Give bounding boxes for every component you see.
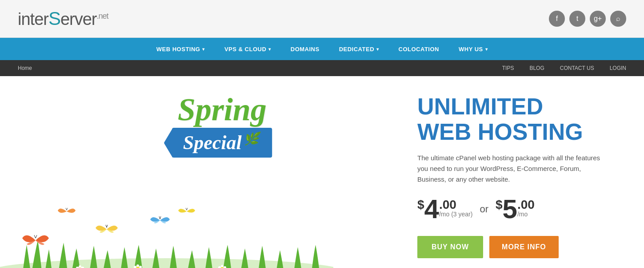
nav-colocation[interactable]: COLOCATION <box>389 38 449 60</box>
cta-buttons: BUY NOW MORE INFO <box>417 236 622 258</box>
svg-line-23 <box>106 225 107 227</box>
nature-scene-svg <box>0 187 333 268</box>
tips-link[interactable]: TIPS <box>498 65 519 71</box>
svg-line-24 <box>107 225 108 227</box>
nav-dedicated[interactable]: DEDICATED ▾ <box>329 38 389 60</box>
price1-amount: 4 <box>424 196 439 223</box>
special-banner: Special🌿 <box>172 128 272 158</box>
dropdown-arrow-icon: ▾ <box>202 47 205 52</box>
main-nav: WEB HOSTING ▾ VPS & CLOUD ▾ DOMAINS DEDI… <box>0 38 644 60</box>
price-or-text: or <box>480 203 488 215</box>
special-word: Special <box>183 132 242 154</box>
price-2: $ 5 .00 /mo <box>496 196 535 223</box>
hero-text: UNLIMITED WEB HOSTING The ultimate cPane… <box>404 76 644 268</box>
hosting-title: UNLIMITED WEB HOSTING <box>417 94 622 145</box>
facebook-icon[interactable]: f <box>549 11 565 27</box>
nav-vps-cloud[interactable]: VPS & CLOUD ▾ <box>215 38 281 60</box>
leaf-icon: 🌿 <box>244 132 259 146</box>
logo: interServer.net <box>18 8 108 29</box>
price2-dollar: $ <box>496 199 503 211</box>
price-1: $ 4 .00 /mo (3 year) <box>417 196 472 223</box>
price1-cents: .00 <box>439 199 472 211</box>
breadcrumb: Home <box>13 65 36 71</box>
blog-link[interactable]: BLOG <box>525 65 548 71</box>
dropdown-arrow-icon: ▾ <box>268 47 271 52</box>
twitter-icon[interactable]: t <box>569 11 585 27</box>
contact-link[interactable]: CONTACT US <box>556 65 599 71</box>
more-info-button[interactable]: MORE INFO <box>489 236 559 258</box>
nav-web-hosting[interactable]: WEB HOSTING ▾ <box>147 38 215 60</box>
googleplus-icon[interactable]: g+ <box>590 11 606 27</box>
price1-suffix: .00 /mo (3 year) <box>439 196 472 223</box>
price2-period: /mo <box>517 211 535 219</box>
dropdown-arrow-icon: ▾ <box>376 47 379 52</box>
spring-word: Spring <box>172 93 272 126</box>
nav-why-us[interactable]: WHY US ▾ <box>449 38 497 60</box>
login-link[interactable]: LOGIN <box>605 65 631 71</box>
buy-now-button[interactable]: BUY NOW <box>417 236 483 258</box>
instagram-icon[interactable]: ⌕ <box>610 11 626 27</box>
svg-line-22 <box>36 235 37 238</box>
main-content: Spring Special🌿 <box>0 76 644 268</box>
spring-illustration: Spring Special🌿 <box>0 80 404 268</box>
price2-cents: .00 <box>517 199 535 211</box>
svg-line-25 <box>159 216 160 219</box>
dropdown-arrow-icon: ▾ <box>485 47 488 52</box>
subnav: Home TIPS BLOG CONTACT US LOGIN <box>0 60 644 76</box>
price1-dollar: $ <box>417 199 424 211</box>
price1-period: /mo (3 year) <box>439 211 472 219</box>
svg-line-27 <box>186 208 187 210</box>
svg-line-30 <box>67 208 68 210</box>
price2-suffix: .00 /mo <box>517 196 535 223</box>
logo-text: interServer.net <box>18 8 108 29</box>
svg-line-29 <box>66 208 67 210</box>
home-link[interactable]: Home <box>13 65 36 71</box>
svg-line-21 <box>34 235 36 238</box>
svg-line-26 <box>160 216 161 219</box>
header: interServer.net f t g+ ⌕ <box>0 0 644 38</box>
nav-domains[interactable]: DOMAINS <box>281 38 329 60</box>
pricing-row: $ 4 .00 /mo (3 year) or $ 5 .00 /mo <box>417 196 622 223</box>
spring-special-text: Spring Special🌿 <box>172 93 272 158</box>
svg-line-28 <box>187 208 188 210</box>
subnav-right-links: TIPS BLOG CONTACT US LOGIN <box>498 65 631 71</box>
hosting-description: The ultimate cPanel web hosting package … <box>417 153 608 185</box>
social-icons-group: f t g+ ⌕ <box>549 11 626 27</box>
price2-amount: 5 <box>503 196 517 223</box>
hero-image: Spring Special🌿 <box>0 76 404 268</box>
